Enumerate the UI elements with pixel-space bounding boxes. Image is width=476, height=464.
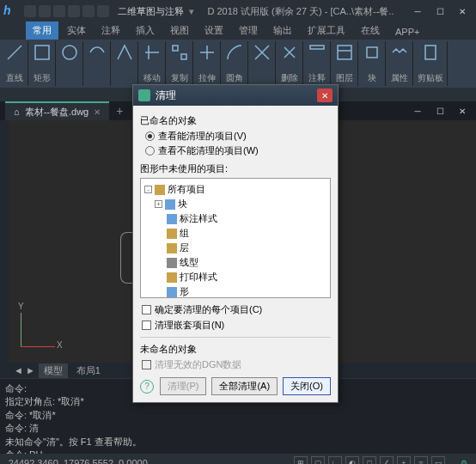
tree-item-label: 标注样式 [180,212,217,225]
model-tab[interactable]: 模型 [39,363,68,378]
expander-icon[interactable]: - [144,186,152,193]
ribbon-tab[interactable]: 常用 [26,21,58,40]
tree-item-icon [167,214,177,224]
qat-redo-icon[interactable] [82,5,95,17]
tree-item[interactable]: 打印样式 [144,270,326,284]
new-tab-button[interactable]: + [116,104,123,118]
tool-icon[interactable] [60,43,79,62]
dyn-icon[interactable]: + [397,456,411,464]
ribbon-tab[interactable]: APP+ [388,24,426,40]
help-button[interactable]: ? [140,380,154,394]
unused-items-label: 图形中未使用的项目: [140,162,331,175]
tree-item-label: 打印样式 [180,271,217,284]
model-icon[interactable]: ▭ [431,456,445,464]
ribbon-tab[interactable]: 注释 [95,21,127,40]
tree-item[interactable]: 层 [144,241,326,255]
tool-icon[interactable] [363,43,381,62]
polar-icon[interactable]: ◐ [345,456,359,464]
qat-new-icon[interactable] [24,5,36,17]
tool-icon[interactable] [5,43,24,62]
ribbon-panel [249,41,276,86]
close-button[interactable]: ✕ [452,3,473,19]
confirm-each-checkbox[interactable]: 确定要清理的每个项目(C) [142,303,331,316]
tree-item[interactable]: 形 [144,284,326,298]
tree-item[interactable]: 组 [144,226,326,241]
tool-icon[interactable] [33,43,52,62]
tree-item[interactable]: -所有项目 [144,182,326,197]
purge-all-button[interactable]: 全部清理(A) [211,377,278,395]
tree-item[interactable]: 线型 [144,255,326,270]
tool-icon[interactable] [421,43,440,62]
workspace-label[interactable]: 二维草图与注释 [118,5,184,18]
vtab-arrows[interactable]: ◄ ► [14,365,35,375]
gear-icon[interactable]: ⚙ [457,456,471,464]
doc-restore-button[interactable]: ☐ [430,103,450,119]
ribbon-tab[interactable]: 在线 [354,21,387,40]
lwt-icon[interactable]: ≡ [414,456,428,464]
panel-label: 矩形 [34,72,51,84]
tool-icon[interactable] [308,43,326,62]
panel-label: 删除 [281,72,298,84]
purge-nested-checkbox[interactable]: 清理嵌套项目(N) [142,319,331,332]
ribbon-panel: 删除 [277,41,303,86]
ribbon-tab[interactable]: 管理 [232,21,265,40]
qat-print-icon[interactable] [97,5,109,17]
tree-item-icon [167,287,177,297]
tool-icon[interactable] [390,43,409,62]
tree-item[interactable]: +块 [144,197,326,211]
ribbon-panel [84,41,111,86]
qat-open-icon[interactable] [39,5,51,17]
ribbon-panel: 块 [359,41,386,86]
ribbon-tab[interactable]: 插入 [129,21,162,40]
document-tab[interactable]: ⌂ 素材--餐盘.dwg ✕ [5,101,109,121]
dialog-close-button[interactable]: ✕ [317,89,333,102]
expander-icon[interactable]: + [155,200,162,208]
tool-icon[interactable] [170,43,189,62]
ribbon-tabs: 常用实体注释插入视图设置管理输出扩展工具在线APP+ [0,22,476,40]
maximize-button[interactable]: ☐ [430,3,450,19]
radio-view-nonpurgeable[interactable]: 查看不能清理的项目(W) [145,144,331,157]
close-dialog-button[interactable]: 关闭(O) [283,377,331,395]
grid-icon[interactable]: ⊞ [294,456,308,464]
items-tree[interactable]: -所有项目+块标注样式组层线型打印样式形文字样式多线样式多重引线样式 [140,178,331,298]
ribbon-panel: 剪贴板 [414,41,448,86]
ribbon-tab[interactable]: 设置 [198,21,230,40]
purge-dgn-checkbox[interactable]: 清理无效的DGN数据 [142,358,331,371]
ortho-icon[interactable]: ∟ [328,456,342,464]
doc-minimize-button[interactable]: ─ [407,103,428,119]
checkbox-icon [142,321,151,330]
ribbon-tab[interactable]: 输出 [266,21,299,40]
tool-icon[interactable] [115,43,134,62]
tool-icon[interactable] [280,43,299,62]
panel-label: 块 [368,72,376,84]
tool-icon[interactable] [88,43,107,62]
layout-tab[interactable]: 布局1 [71,363,106,378]
tool-icon[interactable] [253,43,272,62]
dialog-titlebar[interactable]: 清理 ✕ [133,85,338,106]
ribbon-tab[interactable]: 视图 [163,21,196,40]
panel-label: 直线 [6,72,23,84]
osnap-icon[interactable]: □ [363,456,376,464]
tree-item[interactable]: 标注样式 [144,211,326,226]
qat-save-icon[interactable] [53,5,65,17]
radio-view-purgeable[interactable]: 查看能清理的项目(V) [145,130,331,143]
tool-icon[interactable] [143,43,162,62]
dialog-title: 清理 [156,89,312,103]
quick-access-toolbar [24,5,109,17]
minimize-button[interactable]: ─ [407,3,428,19]
purge-button[interactable]: 清理(P) [160,377,207,395]
snap-icon[interactable]: ▢ [311,456,325,464]
tool-icon[interactable] [198,43,217,62]
tool-icon[interactable] [335,43,354,62]
radio-icon [145,146,155,156]
purge-dialog: 清理 ✕ 已命名的对象 查看能清理的项目(V) 查看不能清理的项目(W) 图形中… [132,84,339,403]
tool-icon[interactable] [225,43,244,62]
track-icon[interactable]: ∠ [380,456,394,464]
app-window: h 二维草图与注释 ▾ D 2018 试用版 (剩余 27 天) - [CA..… [0,0,476,464]
qat-undo-icon[interactable] [68,5,80,17]
close-tab-icon[interactable]: ✕ [94,107,101,117]
doc-close-button[interactable]: ✕ [452,103,473,119]
dialog-icon [138,89,150,101]
ribbon-tab[interactable]: 实体 [60,21,93,40]
ribbon-tab[interactable]: 扩展工具 [301,21,352,40]
